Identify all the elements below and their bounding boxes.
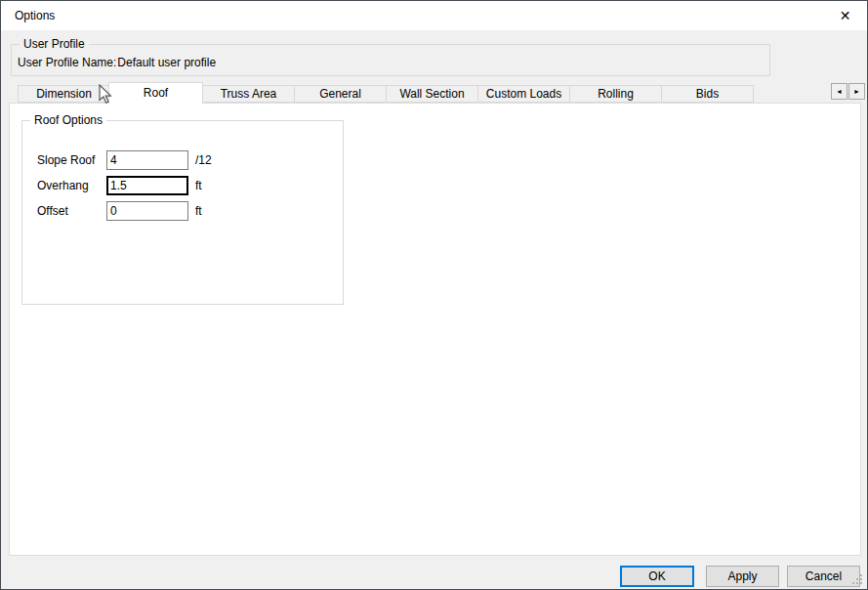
window-title: Options [15,1,55,30]
offset-label: Offset [37,201,106,221]
slope-roof-unit: /12 [195,150,212,170]
tab-rolling[interactable]: Rolling [569,85,662,103]
user-profile-name-value: Default user profile [117,56,216,69]
tab-general[interactable]: General [294,85,387,103]
roof-tab-panel: Roof Options Slope Roof/12 Overhangft Of… [9,103,861,556]
apply-button[interactable]: Apply [706,566,779,587]
tab-truss-area[interactable]: Truss Area [202,85,295,103]
close-button[interactable]: ✕ [823,1,867,30]
tab-scroll-left-button[interactable]: ◄ [831,83,847,100]
offset-input[interactable] [106,201,188,221]
slope-roof-input[interactable] [106,150,188,170]
roof-options-groupbox: Roof Options Slope Roof/12 Overhangft Of… [21,120,344,305]
overhang-row: Overhangft [37,176,202,195]
tab-custom-loads[interactable]: Custom Loads [477,85,570,103]
tab-bids[interactable]: Bids [661,85,754,103]
user-profile-groupbox: User Profile User Profile Name: Default … [11,44,770,76]
slope-roof-row: Slope Roof/12 [37,150,212,170]
tabstrip: Dimension Roof Truss Area General Wall S… [18,82,754,104]
offset-row: Offsetft [37,201,202,221]
offset-unit: ft [195,201,202,221]
titlebar: Options ✕ [1,1,867,30]
resize-grip[interactable] [852,574,854,576]
user-profile-row: User Profile Name: Default user profile [18,56,216,69]
user-profile-name-label: User Profile Name: [18,56,114,69]
close-icon: ✕ [840,8,851,23]
roof-options-group-label: Roof Options [30,113,106,127]
overhang-label: Overhang [37,176,106,195]
mouse-cursor [99,84,114,105]
user-profile-group-label: User Profile [20,37,89,51]
tab-wall-section[interactable]: Wall Section [386,85,478,103]
arrow-right-icon: ► [853,88,860,95]
overhang-unit: ft [195,176,202,195]
slope-roof-label: Slope Roof [37,150,106,170]
tab-dimension[interactable]: Dimension [18,85,110,103]
tab-roof[interactable]: Roof [108,82,203,104]
ok-button[interactable]: OK [620,566,694,587]
cancel-button[interactable]: Cancel [787,566,860,587]
arrow-left-icon: ◄ [836,88,843,95]
overhang-input[interactable] [106,176,188,195]
tab-scroll-right-button[interactable]: ► [848,83,865,100]
options-dialog: Options ✕ User Profile User Profile Name… [0,0,868,590]
